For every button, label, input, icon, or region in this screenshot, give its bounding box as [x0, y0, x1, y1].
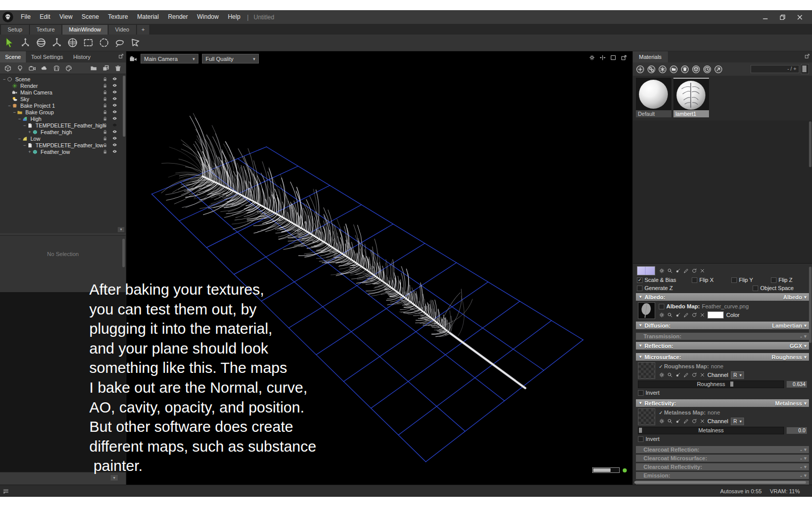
flip-y-checkbox[interactable]: Flip Y [731, 277, 771, 283]
eyedropper-icon[interactable] [675, 268, 681, 274]
sky-icon[interactable] [39, 64, 50, 73]
quality-select[interactable]: Full Quality▾ [202, 54, 259, 64]
check-icon[interactable]: ✓ [659, 364, 663, 369]
section-clearcoat-reflection[interactable]: Clearcoat Reflection: -▾ [636, 446, 809, 453]
menu-window[interactable]: Window [192, 10, 223, 24]
menu-material[interactable]: Material [132, 10, 163, 24]
popout-icon[interactable] [621, 54, 627, 61]
lock-icon[interactable] [103, 109, 108, 115]
delete-material-icon[interactable] [681, 65, 689, 74]
tree-item-high[interactable]: −High [0, 115, 126, 122]
section-transmission[interactable]: Transmission: -▾ [636, 333, 809, 340]
section-albedo[interactable]: ▼ Albedo: Albedo▾ [636, 293, 809, 301]
albedo-color-swatch[interactable] [707, 311, 724, 319]
magnifier-icon[interactable] [667, 268, 673, 274]
eye-open-icon[interactable] [112, 89, 118, 94]
gear-icon[interactable] [659, 372, 665, 378]
folder-icon[interactable] [88, 64, 99, 73]
object-space-checkbox[interactable]: Object Space [753, 285, 794, 291]
menu-scene[interactable]: Scene [77, 10, 104, 24]
menu-file[interactable]: File [16, 10, 35, 24]
material-item-lambert1[interactable]: lambert1 [673, 78, 709, 118]
refresh-icon[interactable] [691, 312, 697, 318]
clear-material-icon[interactable] [658, 65, 667, 74]
tab-materials[interactable]: Materials [633, 51, 668, 62]
thumbnail-size-slider[interactable] [801, 64, 809, 74]
menu-render[interactable]: Render [163, 10, 192, 24]
minimize-button[interactable] [762, 14, 768, 20]
lock-icon[interactable] [103, 96, 108, 102]
pencil-icon[interactable] [683, 372, 689, 378]
panel-popout-icon[interactable] [118, 53, 124, 59]
gear-icon[interactable] [659, 418, 665, 424]
magnifier-icon[interactable] [667, 312, 673, 318]
metalness-channel-select[interactable]: R▾ [731, 418, 744, 425]
lock-icon[interactable] [103, 149, 108, 154]
locate-material-icon[interactable] [714, 65, 723, 74]
tab-texture[interactable]: Texture [30, 25, 61, 35]
section-clearcoat-reflectivity[interactable]: Clearcoat Reflectivity: -▾ [636, 463, 809, 470]
translate-icon[interactable] [18, 36, 32, 50]
lock-icon[interactable] [103, 83, 108, 88]
metalness-slider[interactable]: Metalness [638, 427, 784, 434]
roughness-invert-row[interactable]: Invert [638, 389, 807, 396]
eyedropper-icon[interactable] [675, 312, 681, 318]
light-icon[interactable] [15, 64, 25, 73]
pencil-icon[interactable] [683, 312, 689, 318]
tab-history[interactable]: History [68, 51, 95, 62]
tree-item-bake-group[interactable]: −Bake Group [0, 109, 126, 115]
expander-icon[interactable]: − [7, 103, 12, 108]
gear-icon[interactable] [659, 312, 665, 318]
lock-icon[interactable] [103, 116, 108, 121]
panel-popout-icon[interactable] [804, 53, 810, 59]
slider-handle[interactable] [730, 382, 733, 387]
tab-video[interactable]: Video [109, 25, 136, 35]
universal-manipulator-icon[interactable] [65, 36, 79, 50]
scale-icon[interactable] [50, 36, 63, 50]
eye-open-icon[interactable] [112, 76, 118, 81]
tree-item-render[interactable]: Render [0, 82, 126, 89]
instance-material-icon[interactable] [647, 65, 656, 74]
maximize-icon[interactable] [610, 54, 617, 61]
eye-open-icon[interactable] [112, 103, 118, 108]
properties-scrollbar[interactable] [809, 267, 811, 343]
tree-item-scene[interactable]: −Scene [0, 76, 126, 82]
refresh-icon[interactable] [691, 268, 697, 274]
expander-icon[interactable]: − [17, 116, 22, 121]
console-icon[interactable] [0, 488, 10, 495]
tree-item-main-camera[interactable]: Main Camera [0, 89, 126, 96]
lock-icon[interactable] [103, 129, 108, 135]
folder-material-icon[interactable] [669, 65, 678, 74]
roughness-value[interactable]: 0.634 [787, 381, 807, 388]
selection-panel-scrollbar[interactable] [122, 239, 125, 267]
albedo-map-checkbox[interactable] [659, 304, 664, 309]
roughness-map-thumbnail[interactable] [638, 362, 655, 379]
lasso-select-icon[interactable] [113, 36, 126, 50]
eyedropper-icon[interactable] [675, 418, 681, 424]
menu-texture[interactable]: Texture [104, 10, 132, 24]
tab-tool-settings[interactable]: Tool Settings [26, 51, 68, 62]
material-browser-area[interactable] [633, 120, 812, 263]
tree-item-feather-high[interactable]: +Feather_high [0, 129, 126, 135]
material-item-default[interactable]: Default [636, 78, 671, 118]
normal-map-thumbnail[interactable] [637, 266, 655, 275]
viewport-canvas[interactable] [126, 51, 632, 485]
bake-icon[interactable] [51, 64, 62, 73]
expander-icon[interactable]: − [22, 123, 27, 128]
roughness-channel-select[interactable]: R▾ [731, 371, 744, 379]
lock-icon[interactable] [103, 76, 108, 82]
lock-icon[interactable] [103, 89, 108, 95]
magnifier-icon[interactable] [667, 372, 673, 378]
check-icon[interactable]: ✓ [659, 410, 663, 416]
assign-material-icon[interactable] [692, 65, 700, 74]
tree-item-feather-low[interactable]: +Feather_low [0, 148, 126, 155]
add-tab-button[interactable]: + [137, 25, 149, 35]
circle-select-icon[interactable] [97, 36, 111, 50]
generate-z-checkbox[interactable]: Generate Z [637, 285, 673, 291]
materials-scrollbar[interactable] [809, 121, 811, 167]
magnifier-icon[interactable] [667, 418, 673, 424]
refresh-icon[interactable] [691, 418, 697, 424]
pencil-icon[interactable] [683, 268, 689, 274]
eyedropper-icon[interactable] [675, 372, 681, 378]
add-material-icon[interactable] [636, 65, 645, 74]
